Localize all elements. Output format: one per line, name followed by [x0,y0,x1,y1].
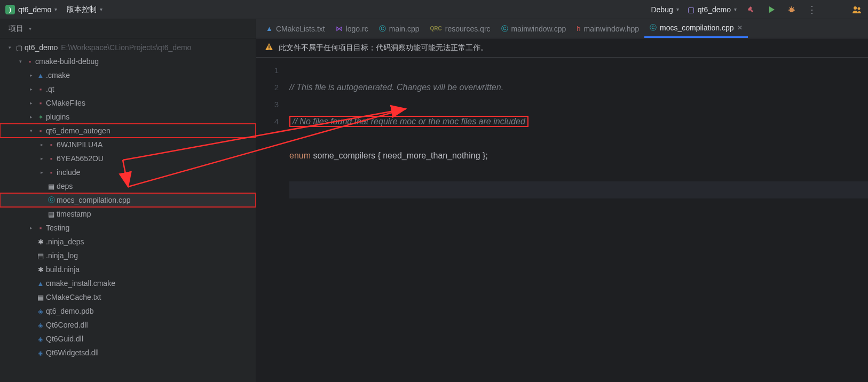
code-with-me-button[interactable] [851,4,863,15]
line-number: 3 [256,96,279,113]
target-icon: ▢ [688,5,695,14]
line-number: 4 [256,113,279,130]
tree-item-build-ninja[interactable]: ✱build.ninja [0,262,256,276]
tree-root[interactable]: ▾ ▢ qt6_demo E:\Workspace\CLionProjects\… [0,41,256,54]
warning-icon [265,43,273,53]
tree-label: qt6_demo.pdb [46,307,94,315]
tree-item-cmake_install-cmake[interactable]: ▲cmake_install.cmake [0,276,256,290]
svg-point-6 [854,6,857,10]
tree-item-Qt6Cored-dll[interactable]: ◈Qt6Cored.dll [0,318,256,332]
code-content[interactable]: // This file is autogenerated. Changes w… [289,58,868,382]
debug-label: Debug [651,5,673,14]
chevron-down-icon: ▾ [54,6,57,12]
tree-item-6WJNPILU4A[interactable]: ▸▪6WJNPILU4A [0,138,256,152]
ninja-icon: ✱ [35,238,46,246]
tab-mainwindow-cpp[interactable]: ⓒmainwindow.cpp [496,19,572,38]
tree-item-Qt6Guid-dll[interactable]: ◈Qt6Guid.dll [0,332,256,346]
tab-mocs_compilation-cpp[interactable]: ⓒmocs_compilation.cpp✕ [644,19,748,38]
tree-label: 6YEA5652OU [57,154,104,163]
warning-bar: 此文件不属于任何项目目标；代码洞察功能可能无法正常工作。 [256,38,868,58]
file-icon: ▤ [46,182,57,190]
build-config-selector[interactable]: Debug ▾ [651,5,678,14]
qrc-icon: QRC [430,26,442,31]
file-icon: ▤ [35,293,46,301]
tree-label: cmake_install.cmake [46,279,115,288]
expand-icon[interactable]: ▾ [5,45,14,50]
tree-item-CMakeFiles[interactable]: ▸▪CMakeFiles [0,96,256,110]
expand-icon[interactable]: ▾ [16,59,25,64]
project-tree[interactable]: ▾ ▢ qt6_demo E:\Workspace\CLionProjects\… [0,38,256,382]
svg-point-7 [858,7,861,10]
run-target-selector[interactable]: ▢ qt6_demo ▾ [688,5,737,14]
expand-icon[interactable]: ▸ [37,156,46,161]
expand-icon[interactable]: ▸ [27,114,35,120]
tree-label: .cmake [46,71,70,79]
expand-icon[interactable]: ▸ [37,142,46,147]
code-editor[interactable]: 1234 // This file is autogenerated. Chan… [256,58,868,382]
chevron-down-icon: ▾ [734,6,737,12]
main-area: 项目 ▾ ▾ ▢ qt6_demo E:\Workspace\CLionProj… [0,19,868,382]
target-label: qt6_demo [698,5,731,14]
project-selector[interactable]: ) qt6_demo ▾ [5,5,57,14]
tree-item--cmake[interactable]: ▸▲.cmake [0,68,256,82]
code-keyword: enum [289,151,311,160]
folder-red-icon: ▪ [46,141,57,149]
svg-rect-8 [269,45,270,48]
cube-icon: ◈ [35,321,46,329]
tree-label: qt6_demo_autogen [46,126,111,135]
vcs-label: 版本控制 [67,5,97,14]
tree-item--ninja_deps[interactable]: ✱.ninja_deps [0,235,256,249]
debug-button[interactable] [786,4,798,15]
tree-item--ninja_log[interactable]: ▤.ninja_log [0,249,256,262]
tab-CMakeLists-txt[interactable]: ▲CMakeLists.txt [261,19,330,38]
build-button[interactable] [745,4,757,15]
editor-tabs: ▲CMakeLists.txt⋈logo.rcⓒmain.cppQRCresou… [256,19,868,38]
sidebar-title: 项目 [9,24,23,34]
tree-item-Testing[interactable]: ▸▪Testing [0,221,256,235]
tree-item-CMakeCache-txt[interactable]: ▤CMakeCache.txt [0,290,256,304]
folder-red-icon: ▪ [25,58,35,66]
expand-icon[interactable]: ▸ [37,170,46,175]
sidebar-header[interactable]: 项目 ▾ [0,19,256,38]
tab-label: CMakeLists.txt [276,25,325,33]
expand-icon[interactable]: ▸ [27,100,35,106]
tree-item-qt6_demo-pdb[interactable]: ◈qt6_demo.pdb [0,304,256,318]
close-icon[interactable]: ✕ [737,24,743,31]
tree-label: Qt6Guid.dll [46,335,83,343]
vcs-menu[interactable]: 版本控制 ▾ [67,5,102,14]
tab-main-cpp[interactable]: ⓒmain.cpp [374,19,425,38]
tree-item-include[interactable]: ▸▪include [0,165,256,179]
expand-icon[interactable]: ▸ [27,225,35,230]
expand-icon[interactable]: ▾ [27,128,35,133]
c-icon: ⓒ [650,23,657,33]
tree-label: CMakeCache.txt [46,293,101,301]
folder-red-icon: ▪ [35,99,46,107]
cmk-icon: ▲ [266,25,273,33]
tree-label: build.ninja [46,265,80,274]
expand-icon[interactable]: ▸ [27,73,35,78]
tab-resources-qrc[interactable]: QRCresources.qrc [425,19,496,38]
tree-item-6YEA5652OU[interactable]: ▸▪6YEA5652OU [0,152,256,165]
tree-item-deps[interactable]: ▤deps [0,179,256,193]
tab-mainwindow-hpp[interactable]: hmainwindow.hpp [571,19,644,38]
vs-icon: ⋈ [336,25,343,33]
tree-item-qt6_demo_autogen[interactable]: ▾▪qt6_demo_autogen [0,124,256,138]
tab-logo-rc[interactable]: ⋈logo.rc [330,19,374,38]
chevron-down-icon: ▾ [100,6,102,12]
tree-label: deps [57,182,73,190]
cmake-icon: ▲ [35,71,46,79]
line-number: 2 [256,79,279,96]
more-button[interactable]: ⋮ [806,4,818,15]
tree-label: CMakeFiles [46,99,85,107]
tree-item-timestamp[interactable]: ▤timestamp [0,207,256,221]
run-button[interactable] [766,4,777,15]
tree-item-plugins[interactable]: ▸✦plugins [0,110,256,124]
expand-icon[interactable]: ▸ [27,86,35,92]
tree-item--qt[interactable]: ▸▪.qt [0,82,256,96]
tab-label: mainwindow.cpp [511,25,566,33]
tree-item-cmake-build-debug[interactable]: ▾▪cmake-build-debug [0,54,256,68]
tree-item-Qt6Widgetsd-dll[interactable]: ◈Qt6Widgetsd.dll [0,346,256,360]
svg-line-4 [790,7,791,9]
topbar: ) qt6_demo ▾ 版本控制 ▾ Debug ▾ ▢ qt6_demo ▾… [0,0,868,19]
tree-item-mocs_compilation-cpp[interactable]: ⓒmocs_compilation.cpp [0,193,256,207]
